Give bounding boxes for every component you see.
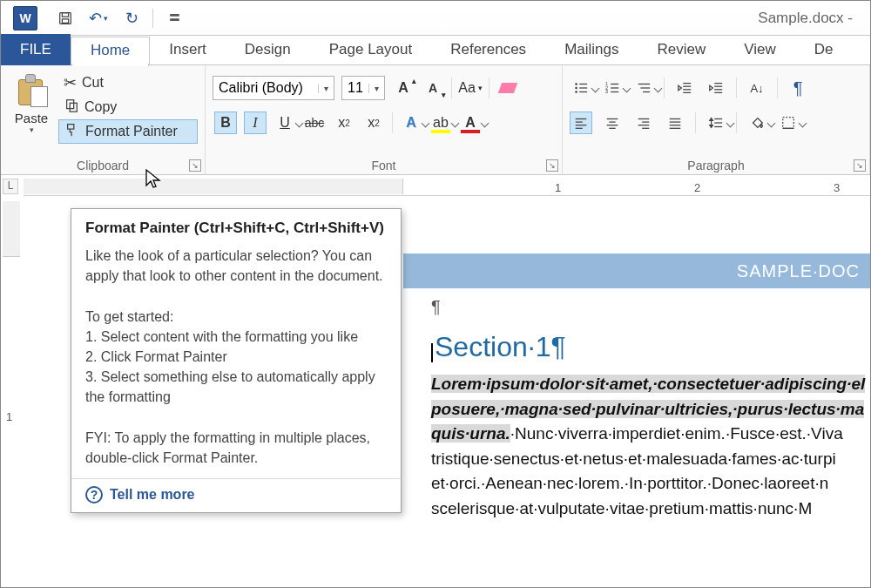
cut-label: Cut <box>82 75 104 91</box>
tab-review[interactable]: Review <box>638 36 725 64</box>
shading-button[interactable] <box>746 112 768 134</box>
bullets-icon <box>573 80 589 96</box>
multilevel-list-button[interactable] <box>632 77 655 99</box>
font-size-combo[interactable]: ▾ <box>341 76 385 100</box>
font-name-input[interactable] <box>213 77 318 99</box>
ruler-tick: 1 <box>555 181 561 194</box>
decrease-indent-button[interactable] <box>673 77 696 99</box>
save-button[interactable] <box>53 6 78 30</box>
highlight-button[interactable]: ab <box>429 112 452 134</box>
clipboard-launcher[interactable]: ↘ <box>189 159 201 172</box>
justify-button[interactable] <box>664 112 686 134</box>
numbering-button[interactable]: 123 <box>601 77 624 99</box>
quick-access-toolbar: ↶▾ ↻ 〓 <box>53 6 186 30</box>
ruler-v-tick: 1 <box>6 410 12 423</box>
italic-button[interactable]: I <box>244 112 267 134</box>
svg-rect-48 <box>783 118 794 129</box>
horizontal-ruler[interactable]: 1 2 3 <box>24 179 870 196</box>
bullets-button[interactable] <box>570 77 592 99</box>
tooltip-step1: 1. Select content with the formatting yo… <box>85 327 387 347</box>
tooltip-step3: 3. Select something else to automaticall… <box>85 367 387 407</box>
eraser-icon <box>498 83 517 93</box>
font-size-input[interactable] <box>342 77 368 99</box>
shrink-font-button[interactable]: A▾ <box>422 77 444 99</box>
tab-developer[interactable]: De <box>795 36 853 64</box>
underline-button[interactable]: U <box>273 112 296 134</box>
subscript-button[interactable]: x2 <box>333 112 355 134</box>
format-painter-tooltip: Format Painter (Ctrl+Shift+C, Ctrl+Shift… <box>71 208 402 513</box>
qat-separator <box>152 9 153 28</box>
format-painter-label: Format Painter <box>85 124 178 139</box>
svg-rect-0 <box>60 12 71 24</box>
borders-icon <box>780 115 796 131</box>
paste-dropdown-icon[interactable]: ▾ <box>30 125 34 134</box>
tab-design[interactable]: Design <box>226 36 310 64</box>
tab-page-layout[interactable]: Page Layout <box>310 36 431 64</box>
outdent-icon <box>677 80 692 96</box>
format-painter-button[interactable]: Format Painter <box>58 119 198 144</box>
font-color-button[interactable]: A <box>459 112 482 134</box>
tooltip-body: Like the look of a particular selection?… <box>85 246 387 468</box>
numbering-icon: 123 <box>604 80 620 96</box>
increase-indent-button[interactable] <box>705 77 727 99</box>
font-name-combo[interactable]: ▾ <box>213 76 334 100</box>
sort-button[interactable]: A↓ <box>746 77 768 99</box>
copy-button[interactable]: Copy <box>58 95 198 119</box>
align-left-icon <box>573 115 589 131</box>
undo-button[interactable]: ↶▾ <box>86 6 111 30</box>
copy-label: Copy <box>84 99 117 115</box>
indent-icon <box>708 80 724 96</box>
svg-text:3: 3 <box>605 89 608 94</box>
bold-button[interactable]: B <box>214 112 237 134</box>
tooltip-title: Format Painter (Ctrl+Shift+C, Ctrl+Shift… <box>85 220 387 237</box>
tooltip-p2: To get started: <box>85 307 387 327</box>
text-effects-button[interactable]: A <box>400 112 422 134</box>
font-name-dropdown-icon[interactable]: ▾ <box>318 84 334 93</box>
group-paragraph: 123 A↓ ¶ Paragraph <box>563 65 870 174</box>
document-title: Sample.docx - <box>758 10 853 27</box>
redo-button[interactable]: ↻ <box>119 6 144 30</box>
tell-me-more-link[interactable]: ? Tell me more <box>85 486 387 504</box>
tab-file[interactable]: FILE <box>1 34 71 65</box>
vertical-ruler[interactable]: 1 <box>3 201 20 587</box>
borders-button[interactable] <box>777 112 800 134</box>
tab-insert[interactable]: Insert <box>150 36 226 64</box>
paragraph-mark: ¶ <box>431 297 870 317</box>
paragraph-launcher[interactable]: ↘ <box>854 159 866 172</box>
font-launcher[interactable]: ↘ <box>546 159 558 172</box>
show-marks-button[interactable]: ¶ <box>787 77 809 99</box>
group-font: ▾ ▾ A▴ A▾ Aa▾ B I U abc x2 <box>206 65 563 174</box>
cut-icon: ✂ <box>64 73 77 92</box>
title-bar: W ↶▾ ↻ 〓 Sample.docx - <box>1 1 870 36</box>
svg-point-5 <box>575 83 577 85</box>
svg-point-9 <box>575 91 577 93</box>
body-paragraph[interactable]: Lorem·ipsum·dolor·sit·amet,·consectetuer… <box>431 372 870 521</box>
superscript-button[interactable]: x2 <box>362 112 385 134</box>
paste-button[interactable]: Paste ▾ <box>8 71 55 151</box>
clear-formatting-button[interactable] <box>496 77 519 99</box>
paint-bucket-icon <box>749 115 765 131</box>
tab-mailings[interactable]: Mailings <box>545 36 638 64</box>
align-left-button[interactable] <box>570 112 592 134</box>
cut-button[interactable]: ✂ Cut <box>58 71 198 95</box>
strikethrough-button[interactable]: abc <box>303 112 326 134</box>
align-center-button[interactable] <box>601 112 624 134</box>
align-right-button[interactable] <box>632 112 655 134</box>
paste-label: Paste <box>15 111 48 125</box>
tab-selector[interactable]: L <box>3 179 18 194</box>
tab-view[interactable]: View <box>725 36 795 64</box>
heading-section[interactable]: Section·1¶ <box>431 331 870 363</box>
tab-home[interactable]: Home <box>71 37 150 65</box>
tooltip-step2: 2. Click Format Painter <box>85 347 387 367</box>
svg-point-7 <box>575 87 577 90</box>
grow-font-button[interactable]: A▴ <box>392 77 415 99</box>
text-caret <box>431 343 433 362</box>
tooltip-p1: Like the look of a particular selection?… <box>85 246 387 286</box>
change-case-button[interactable]: Aa▾ <box>459 77 482 99</box>
line-spacing-button[interactable] <box>705 112 727 134</box>
tab-references[interactable]: References <box>431 36 545 64</box>
align-right-icon <box>636 115 652 131</box>
font-size-dropdown-icon[interactable]: ▾ <box>368 84 384 93</box>
customize-qat-button[interactable]: 〓 <box>162 6 186 30</box>
svg-rect-1 <box>62 12 68 17</box>
